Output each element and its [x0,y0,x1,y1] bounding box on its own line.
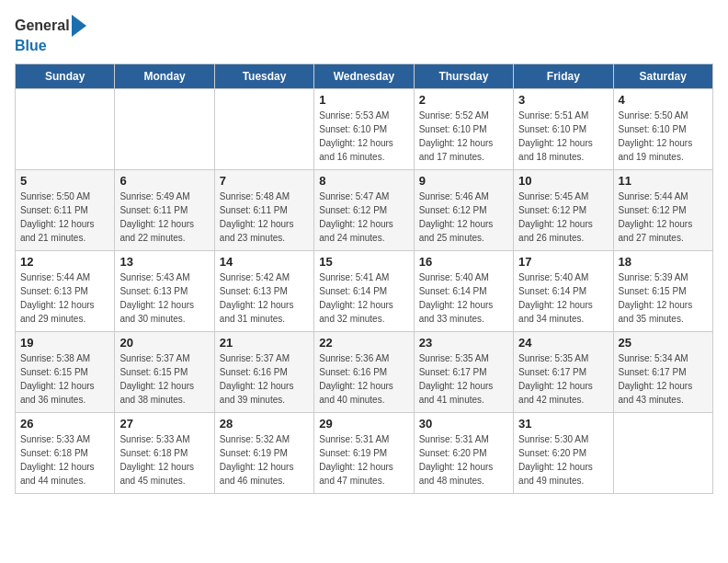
day-info: Sunrise: 5:39 AMSunset: 6:15 PMDaylight:… [619,270,708,326]
week-row-3: 12Sunrise: 5:44 AMSunset: 6:13 PMDayligh… [16,251,713,332]
day-number: 2 [419,93,508,107]
calendar-cell: 27Sunrise: 5:33 AMSunset: 6:18 PMDayligh… [115,413,214,494]
day-info: Sunrise: 5:41 AMSunset: 6:14 PMDaylight:… [319,270,408,326]
day-info: Sunrise: 5:48 AMSunset: 6:11 PMDaylight:… [220,190,309,245]
day-info: Sunrise: 5:47 AMSunset: 6:12 PMDaylight:… [319,190,408,245]
day-number: 9 [419,174,508,188]
calendar-cell: 17Sunrise: 5:40 AMSunset: 6:14 PMDayligh… [514,251,613,332]
calendar-cell: 9Sunrise: 5:46 AMSunset: 6:12 PMDaylight… [414,170,513,251]
day-number: 13 [119,255,209,269]
week-row-5: 26Sunrise: 5:33 AMSunset: 6:18 PMDayligh… [16,413,713,494]
header-day-sunday: Sunday [16,64,115,89]
day-info: Sunrise: 5:37 AMSunset: 6:16 PMDaylight:… [220,351,309,407]
calendar-cell: 12Sunrise: 5:44 AMSunset: 6:13 PMDayligh… [16,251,115,332]
day-info: Sunrise: 5:43 AMSunset: 6:13 PMDaylight:… [119,270,209,326]
day-number: 17 [518,255,608,269]
day-info: Sunrise: 5:50 AMSunset: 6:11 PMDaylight:… [20,190,109,245]
calendar-cell: 24Sunrise: 5:35 AMSunset: 6:17 PMDayligh… [514,332,613,413]
day-number: 3 [518,93,608,107]
calendar-cell: 26Sunrise: 5:33 AMSunset: 6:18 PMDayligh… [16,413,115,494]
logo-text-blue: Blue [15,37,47,54]
calendar-cell: 21Sunrise: 5:37 AMSunset: 6:16 PMDayligh… [214,332,313,413]
calendar-cell: 20Sunrise: 5:37 AMSunset: 6:15 PMDayligh… [115,332,214,413]
day-info: Sunrise: 5:34 AMSunset: 6:17 PMDaylight:… [619,351,708,407]
day-number: 4 [619,93,708,107]
day-info: Sunrise: 5:40 AMSunset: 6:14 PMDaylight:… [518,270,608,326]
calendar-cell: 7Sunrise: 5:48 AMSunset: 6:11 PMDaylight… [214,170,313,251]
calendar-cell [115,89,214,170]
calendar-cell: 6Sunrise: 5:49 AMSunset: 6:11 PMDaylight… [115,170,214,251]
day-number: 25 [619,336,708,350]
calendar-cell: 23Sunrise: 5:35 AMSunset: 6:17 PMDayligh… [414,332,513,413]
calendar-cell: 15Sunrise: 5:41 AMSunset: 6:14 PMDayligh… [314,251,414,332]
calendar-cell: 5Sunrise: 5:50 AMSunset: 6:11 PMDaylight… [16,170,115,251]
day-info: Sunrise: 5:36 AMSunset: 6:16 PMDaylight:… [319,351,408,407]
calendar-cell: 2Sunrise: 5:52 AMSunset: 6:10 PMDaylight… [414,89,513,170]
calendar-cell: 8Sunrise: 5:47 AMSunset: 6:12 PMDaylight… [314,170,414,251]
day-number: 10 [518,174,608,188]
day-info: Sunrise: 5:53 AMSunset: 6:10 PMDaylight:… [319,109,408,164]
header-day-saturday: Saturday [613,64,712,89]
day-number: 6 [119,174,209,188]
logo: General Blue [15,15,86,54]
day-number: 29 [319,417,408,431]
day-number: 21 [220,336,309,350]
day-info: Sunrise: 5:31 AMSunset: 6:19 PMDaylight:… [319,432,408,488]
day-number: 28 [220,417,309,431]
svg-marker-0 [72,15,86,37]
day-info: Sunrise: 5:50 AMSunset: 6:10 PMDaylight:… [619,109,708,164]
week-row-1: 1Sunrise: 5:53 AMSunset: 6:10 PMDaylight… [16,89,713,170]
week-row-2: 5Sunrise: 5:50 AMSunset: 6:11 PMDaylight… [16,170,713,251]
calendar-cell: 31Sunrise: 5:30 AMSunset: 6:20 PMDayligh… [514,413,613,494]
day-info: Sunrise: 5:44 AMSunset: 6:12 PMDaylight:… [619,190,708,245]
day-info: Sunrise: 5:46 AMSunset: 6:12 PMDaylight:… [419,190,508,245]
header-day-thursday: Thursday [414,64,513,89]
calendar-cell: 4Sunrise: 5:50 AMSunset: 6:10 PMDaylight… [613,89,712,170]
day-info: Sunrise: 5:35 AMSunset: 6:17 PMDaylight:… [518,351,608,407]
header-day-tuesday: Tuesday [214,64,313,89]
header-day-friday: Friday [514,64,613,89]
day-number: 14 [220,255,309,269]
day-number: 22 [319,336,408,350]
day-number: 11 [619,174,708,188]
calendar-cell: 22Sunrise: 5:36 AMSunset: 6:16 PMDayligh… [314,332,414,413]
calendar-cell [16,89,115,170]
calendar-cell [214,89,313,170]
calendar-cell: 1Sunrise: 5:53 AMSunset: 6:10 PMDaylight… [314,89,414,170]
header: General Blue [15,15,713,54]
day-number: 19 [20,336,109,350]
day-number: 5 [20,174,109,188]
day-number: 27 [119,417,209,431]
calendar-cell: 28Sunrise: 5:32 AMSunset: 6:19 PMDayligh… [214,413,313,494]
day-info: Sunrise: 5:37 AMSunset: 6:15 PMDaylight:… [119,351,209,407]
calendar-cell: 25Sunrise: 5:34 AMSunset: 6:17 PMDayligh… [613,332,712,413]
day-number: 16 [419,255,508,269]
day-info: Sunrise: 5:38 AMSunset: 6:15 PMDaylight:… [20,351,109,407]
calendar-cell: 3Sunrise: 5:51 AMSunset: 6:10 PMDaylight… [514,89,613,170]
day-number: 26 [20,417,109,431]
calendar-cell: 18Sunrise: 5:39 AMSunset: 6:15 PMDayligh… [613,251,712,332]
calendar-cell: 29Sunrise: 5:31 AMSunset: 6:19 PMDayligh… [314,413,414,494]
day-info: Sunrise: 5:35 AMSunset: 6:17 PMDaylight:… [419,351,508,407]
logo-arrow-icon [72,15,86,37]
header-day-monday: Monday [115,64,214,89]
day-info: Sunrise: 5:52 AMSunset: 6:10 PMDaylight:… [419,109,508,164]
day-info: Sunrise: 5:45 AMSunset: 6:12 PMDaylight:… [518,190,608,245]
day-info: Sunrise: 5:31 AMSunset: 6:20 PMDaylight:… [419,432,508,488]
week-row-4: 19Sunrise: 5:38 AMSunset: 6:15 PMDayligh… [16,332,713,413]
day-number: 20 [119,336,209,350]
logo-text-general: General [15,17,70,34]
calendar-cell: 30Sunrise: 5:31 AMSunset: 6:20 PMDayligh… [414,413,513,494]
day-info: Sunrise: 5:32 AMSunset: 6:19 PMDaylight:… [220,432,309,488]
day-info: Sunrise: 5:30 AMSunset: 6:20 PMDaylight:… [518,432,608,488]
day-number: 8 [319,174,408,188]
day-number: 12 [20,255,109,269]
calendar-cell: 16Sunrise: 5:40 AMSunset: 6:14 PMDayligh… [414,251,513,332]
day-number: 30 [419,417,508,431]
day-info: Sunrise: 5:51 AMSunset: 6:10 PMDaylight:… [518,109,608,164]
calendar-cell: 10Sunrise: 5:45 AMSunset: 6:12 PMDayligh… [514,170,613,251]
day-info: Sunrise: 5:40 AMSunset: 6:14 PMDaylight:… [419,270,508,326]
day-number: 15 [319,255,408,269]
day-number: 31 [518,417,608,431]
calendar-cell: 11Sunrise: 5:44 AMSunset: 6:12 PMDayligh… [613,170,712,251]
